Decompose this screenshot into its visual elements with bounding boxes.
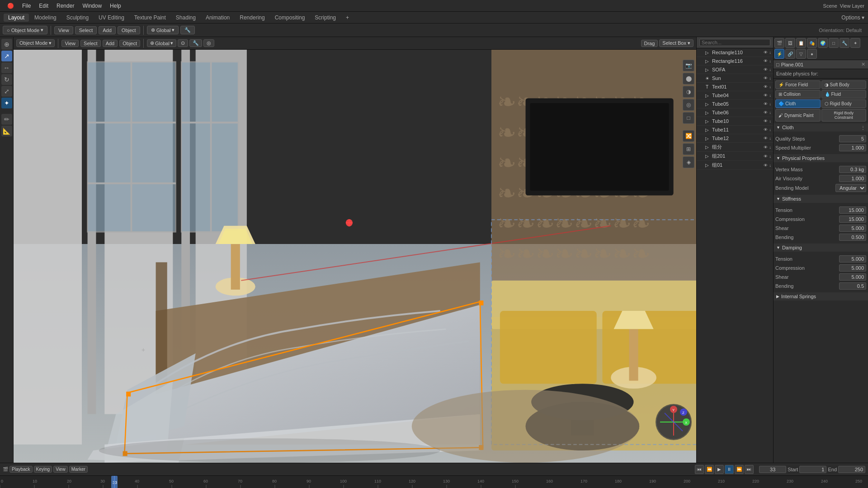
end-frame[interactable]: 250 (838, 466, 865, 473)
compression-value[interactable]: 15.000 (839, 216, 866, 223)
air-viscosity-value[interactable]: 1.000 (839, 175, 866, 182)
tab-shading[interactable]: Shading (171, 14, 200, 22)
vp-add[interactable]: Add (103, 40, 118, 47)
tab-modeling[interactable]: Modeling (30, 14, 61, 22)
damp-bending-value[interactable]: 0.5 (839, 282, 866, 290)
mode-selector[interactable]: ○ Object Mode ▾ (3, 26, 47, 34)
view-layer-tab[interactable]: 📋 (796, 38, 806, 48)
cursor-tool[interactable]: ⊕ (1, 39, 12, 50)
outliner-item-group201[interactable]: ▷ 组201 👁 ↓ (697, 152, 773, 161)
rotate-tool[interactable]: ↻ (1, 74, 12, 85)
damp-compression-value[interactable]: 5.000 (839, 264, 866, 272)
prev-frame-btn[interactable]: ⏪ (705, 465, 714, 474)
move-tool[interactable]: ↔ (1, 62, 12, 73)
jump-start-btn[interactable]: ⏮ (695, 465, 704, 474)
tab-layout[interactable]: Layout (4, 14, 29, 22)
bending-model-select[interactable]: Angular Linear (835, 184, 866, 192)
marker-menu[interactable]: Marker (69, 466, 88, 473)
options-label[interactable]: Options ▾ (841, 14, 864, 21)
keying-menu[interactable]: Keying (34, 466, 52, 473)
collision-btn[interactable]: ⊞ Collision (775, 90, 821, 99)
viewport-shading-mode[interactable]: Object Mode ▾ (16, 39, 55, 47)
tab-scripting[interactable]: Scripting (310, 14, 340, 22)
snap-btn[interactable]: 🔧 (189, 39, 202, 47)
tab-compositing[interactable]: Compositing (270, 14, 310, 22)
object-props-tab[interactable]: □ (829, 38, 839, 48)
bending-value[interactable]: 0.500 (839, 234, 866, 241)
timeline-scrubber[interactable]: 0 10 20 30 40 50 60 70 80 90 100 110 120… (0, 475, 868, 488)
playback-menu[interactable]: Playback (9, 466, 33, 473)
internal-springs-header[interactable]: ▶ Internal Springs (774, 292, 868, 300)
transform-tool[interactable]: ✦ (1, 98, 12, 108)
tab-animation[interactable]: Animation (201, 14, 234, 22)
render-menu[interactable]: Render (53, 2, 78, 10)
cameras-icon[interactable]: 📷 (683, 60, 694, 71)
viewport-shading-rendered[interactable]: ◎ (683, 99, 694, 111)
add-workspace-button[interactable]: + (341, 14, 354, 22)
jump-end-btn[interactable]: ⏭ (745, 465, 754, 474)
outliner-item-tube10[interactable]: ▷ Tube10 👁 ↓ (697, 117, 773, 126)
file-menu[interactable]: File (19, 2, 34, 10)
viewport-3d[interactable]: Object Mode ▾ View Select Add Object ⊕ G… (14, 37, 696, 463)
view-menu[interactable]: View (54, 26, 73, 34)
modifier-props-tab[interactable]: 🔧 (840, 38, 849, 48)
outliner-item-tube05[interactable]: ▷ Tube05 👁 ↓ (697, 100, 773, 108)
render-props-tab[interactable]: 🎬 (774, 38, 784, 48)
transform-orientation[interactable]: ⊕ Global ▾ (147, 26, 179, 34)
rigid-body-btn[interactable]: ⬡ Rigid Body (821, 99, 867, 108)
play-btn[interactable]: ▶ (715, 465, 724, 474)
stiffness-header[interactable]: ▼ Stiffness (774, 195, 868, 203)
force-field-btn[interactable]: ⚡ Force Field (775, 80, 821, 89)
tension-value[interactable]: 15.000 (839, 206, 866, 214)
scene-props-tab[interactable]: 🎭 (807, 38, 817, 48)
measure-tool[interactable]: 📐 (1, 126, 12, 136)
dynamic-paint-btn[interactable]: 🖌 Dynamic Paint (775, 109, 821, 122)
speed-multiplier-value[interactable]: 1.000 (839, 144, 866, 151)
add-menu[interactable]: Add (99, 26, 116, 34)
quality-steps-value[interactable]: 5 (839, 135, 866, 142)
view-menu-tl[interactable]: View (53, 466, 68, 473)
viewport-gizmo-btn[interactable]: 🔀 (683, 130, 694, 142)
tab-rendering[interactable]: Rendering (235, 14, 269, 22)
cloth-section-header[interactable]: ▼ Cloth ⋮ (774, 123, 868, 131)
snap-toggle[interactable]: 🔧 (180, 26, 195, 34)
vp-select[interactable]: Select (80, 40, 101, 47)
damping-header[interactable]: ▼ Damping (774, 244, 868, 252)
outliner-item-sun[interactable]: ☀ Sun 👁 ↓ (697, 74, 773, 83)
select-box-btn[interactable]: Select Box ▾ (659, 39, 693, 47)
help-menu[interactable]: Help (106, 2, 125, 10)
particles-props-tab[interactable]: ✦ (850, 38, 860, 48)
pivot-btn[interactable]: ⊙ (178, 39, 188, 47)
outliner-search[interactable] (699, 39, 770, 46)
constraints-tab[interactable]: 🔗 (785, 49, 795, 59)
vp-view[interactable]: View (61, 40, 79, 47)
physical-props-header[interactable]: ▼ Physical Properties (774, 154, 868, 162)
tab-uv-editing[interactable]: UV Editing (94, 14, 129, 22)
edit-menu[interactable]: Edit (35, 2, 52, 10)
pause-btn[interactable]: ⏸ (725, 465, 734, 474)
tab-sculpting[interactable]: Sculpting (62, 14, 93, 22)
viewport-shading-wireframe[interactable]: □ (683, 112, 694, 124)
transform-orientation-btn[interactable]: ⊕ Global ▾ (147, 39, 176, 47)
outliner-item-tube12[interactable]: ▷ Tube12 👁 ↓ (697, 134, 773, 143)
outliner-item-group-fb01[interactable]: ▷ 组01 👁 ↓ (697, 161, 773, 170)
viewport-shading-solid[interactable]: ⬤ (683, 73, 694, 84)
drag-label[interactable]: Drag (641, 40, 658, 47)
proportional-btn[interactable]: ◎ (203, 39, 214, 47)
overlay-btn[interactable]: ⊞ (683, 143, 694, 155)
next-frame-btn[interactable]: ⏩ (735, 465, 744, 474)
nav-gizmo[interactable]: Y X Z (656, 404, 692, 440)
outliner-item-rect110[interactable]: ▷ Rectangle110 👁 ↓ (697, 48, 773, 57)
fluid-btn[interactable]: 💧 Fluid (821, 90, 867, 99)
window-menu[interactable]: Window (79, 2, 105, 10)
outliner-item-tube11[interactable]: ▷ Tube11 👁 ↓ (697, 126, 773, 134)
blender-menu[interactable]: 🔴 (4, 2, 18, 10)
outliner-item-tube06[interactable]: ▷ Tube06 👁 ↓ (697, 108, 773, 117)
world-props-tab[interactable]: 🌍 (818, 38, 828, 48)
close-object-btn[interactable]: ✕ (861, 61, 865, 67)
cloth-btn[interactable]: 🔷 Cloth (775, 99, 821, 108)
damp-tension-value[interactable]: 5.000 (839, 255, 866, 263)
xray-btn[interactable]: ◈ (683, 156, 694, 168)
data-props-tab[interactable]: ▽ (796, 49, 806, 59)
outliner-item-sofa[interactable]: ▷ SOFA 👁 ↓ (697, 66, 773, 74)
